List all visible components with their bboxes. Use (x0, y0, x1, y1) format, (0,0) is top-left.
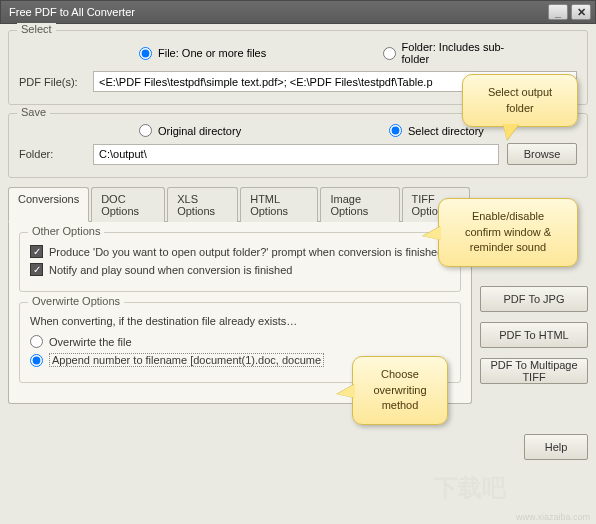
tab-image-options[interactable]: Image Options (320, 187, 399, 222)
append-radio-label: Append number to filename [document(1).d… (49, 353, 324, 367)
tooltip-text: Select output folder (488, 86, 552, 114)
tooltip-select-output: Select output folder (462, 74, 578, 127)
folder-input[interactable] (93, 144, 499, 165)
original-radio-label: Original directory (158, 125, 241, 137)
help-button[interactable]: Help (524, 434, 588, 460)
tooltip-text: Enable/disable confirm window & reminder… (465, 210, 551, 253)
pdf-files-label: PDF File(s): (19, 76, 93, 88)
titlebar: Free PDF to All Converter _ ✕ (0, 0, 596, 24)
close-button[interactable]: ✕ (571, 4, 591, 20)
file-radio-label: File: One or more files (158, 47, 266, 59)
tab-html-options[interactable]: HTML Options (240, 187, 318, 222)
save-title: Save (17, 106, 50, 118)
file-mode-radio[interactable]: File: One or more files (139, 47, 333, 60)
watermark-logo: 下载吧 (434, 472, 506, 504)
opt-produce-label: Produce 'Do you want to open output fold… (49, 246, 443, 258)
folder-radio-label: Folder: Includes sub-folder (402, 41, 527, 65)
selectdir-radio-input[interactable] (389, 124, 402, 137)
checkbox-icon (30, 263, 43, 276)
overwrite-title: Overwirte Options (28, 295, 124, 307)
pdf-to-tiff-button[interactable]: PDF To Multipage TIFF (480, 358, 588, 384)
minimize-button[interactable]: _ (548, 4, 568, 20)
overwrite-radio-input[interactable] (30, 335, 43, 348)
opt-notify-sound[interactable]: Notify and play sound when conversion is… (30, 263, 450, 276)
file-radio-input[interactable] (139, 47, 152, 60)
browse-button[interactable]: Browse (507, 143, 577, 165)
other-options-group: Other Options Produce 'Do you want to op… (19, 232, 461, 292)
overwrite-intro: When converting, if the destination file… (30, 315, 450, 327)
overwrite-radio-label: Overwirte the file (49, 336, 132, 348)
folder-mode-radio[interactable]: Folder: Includes sub-folder (383, 41, 527, 65)
folder-label: Folder: (19, 148, 93, 160)
tooltip-text: Choose overwriting method (373, 368, 426, 411)
tooltip-enable-disable: Enable/disable confirm window & reminder… (438, 198, 578, 267)
tab-conversions[interactable]: Conversions (8, 187, 89, 222)
tabs: Conversions DOC Options XLS Options HTML… (8, 186, 472, 222)
original-radio-input[interactable] (139, 124, 152, 137)
watermark-url: www.xiazaiba.com (516, 512, 590, 522)
append-radio-input[interactable] (30, 354, 43, 367)
pdf-to-jpg-button[interactable]: PDF To JPG (480, 286, 588, 312)
checkbox-icon (30, 245, 43, 258)
tab-xls-options[interactable]: XLS Options (167, 187, 238, 222)
other-options-title: Other Options (28, 225, 104, 237)
folder-radio-input[interactable] (383, 47, 396, 60)
pdf-to-html-button[interactable]: PDF To HTML (480, 322, 588, 348)
window-title: Free PDF to All Converter (9, 6, 545, 18)
select-title: Select (17, 23, 56, 35)
tooltip-overwriting: Choose overwriting method (352, 356, 448, 425)
opt-notify-label: Notify and play sound when conversion is… (49, 264, 292, 276)
overwrite-file-radio[interactable]: Overwirte the file (30, 335, 450, 348)
tab-doc-options[interactable]: DOC Options (91, 187, 165, 222)
original-dir-radio[interactable]: Original directory (139, 124, 339, 137)
opt-produce-prompt[interactable]: Produce 'Do you want to open output fold… (30, 245, 450, 258)
